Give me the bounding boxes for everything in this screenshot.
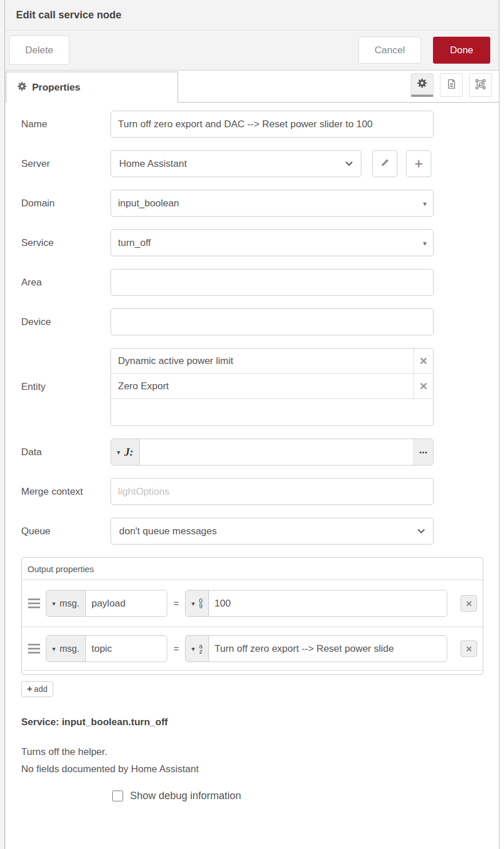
caret-down-icon: ▾ xyxy=(117,448,120,456)
expand-editor-button[interactable]: ••• xyxy=(414,439,433,465)
gear-icon xyxy=(17,81,27,93)
queue-select[interactable]: don't queue messages xyxy=(111,518,434,545)
property-typed-input: ▾ msg. topic xyxy=(46,635,167,662)
chevron-down-icon xyxy=(345,161,353,166)
merge-context-row: Merge context xyxy=(21,478,499,505)
property-value[interactable]: Turn off zero export --> Reset power sli… xyxy=(209,636,447,662)
edit-server-button[interactable] xyxy=(372,150,397,177)
tab-bar: Properties xyxy=(6,71,499,103)
entity-label: Entity xyxy=(21,381,111,393)
property-type-select-button[interactable]: ▾ msg. xyxy=(46,590,86,616)
remove-property-button[interactable] xyxy=(460,640,477,657)
msg-prefix: msg. xyxy=(60,598,80,609)
property-name[interactable]: topic xyxy=(86,636,167,662)
caret-down-icon: ▾ xyxy=(191,645,195,653)
domain-input[interactable] xyxy=(111,190,434,217)
value-type-select-button[interactable]: ▾ 0 9 xyxy=(186,590,208,616)
property-type-select-button[interactable]: ▾ msg. xyxy=(46,636,86,662)
string-type-icon: a z xyxy=(199,644,202,654)
data-label: Data xyxy=(21,447,111,458)
output-property-row: ▾ msg. payload = ▾ 0 9 xyxy=(22,580,483,627)
tab-properties[interactable]: Properties xyxy=(6,72,178,103)
caret-down-icon: ▾ xyxy=(52,600,56,608)
property-name[interactable]: payload xyxy=(86,590,167,616)
domain-label: Domain xyxy=(21,198,111,209)
merge-context-label: Merge context xyxy=(21,486,111,498)
area-input[interactable] xyxy=(111,269,434,296)
name-input[interactable] xyxy=(111,111,434,138)
service-label: Service xyxy=(21,237,111,249)
pencil-icon xyxy=(380,158,389,169)
properties-view-button[interactable] xyxy=(411,73,434,97)
edit-node-tray: Edit call service node Delete Cancel Don… xyxy=(6,0,499,849)
entity-list-item-empty[interactable] xyxy=(111,399,433,425)
remove-property-button[interactable] xyxy=(460,595,477,612)
show-debug-checkbox[interactable] xyxy=(112,791,123,801)
remove-entity-button[interactable] xyxy=(414,374,433,398)
domain-row: Domain ▾ xyxy=(21,190,499,217)
service-heading: Service: input_boolean.turn_off xyxy=(21,717,499,728)
entity-list: Dynamic active power limit Zero Export xyxy=(111,348,434,426)
entity-item-text[interactable]: Dynamic active power limit xyxy=(111,355,414,367)
done-button[interactable]: Done xyxy=(433,37,490,64)
tray-toolbar: Delete Cancel Done xyxy=(6,30,499,71)
cancel-button[interactable]: Cancel xyxy=(359,37,421,64)
add-server-button[interactable]: + xyxy=(406,150,431,177)
group-selection-icon xyxy=(475,79,486,92)
server-row: Server Home Assistant + xyxy=(21,150,499,177)
equals-sign: = xyxy=(174,644,179,654)
output-properties-box: Output properties ▾ msg. payload = ▾ xyxy=(21,557,483,675)
property-typed-input: ▾ msg. payload xyxy=(46,590,167,617)
close-icon xyxy=(420,382,427,390)
device-input[interactable] xyxy=(111,308,434,335)
tab-icon-buttons xyxy=(411,73,492,97)
queue-row: Queue don't queue messages xyxy=(21,518,499,545)
plus-icon: + xyxy=(414,155,423,173)
tab-properties-label: Properties xyxy=(32,82,80,93)
service-input[interactable] xyxy=(111,229,434,256)
description-view-button[interactable] xyxy=(440,73,463,97)
drag-handle-icon[interactable] xyxy=(27,648,40,650)
entity-item-text[interactable]: Zero Export xyxy=(111,381,414,392)
remove-entity-button[interactable] xyxy=(414,349,433,373)
area-label: Area xyxy=(21,277,111,288)
server-label: Server xyxy=(21,158,111,170)
debug-checkbox-row: Show debug information xyxy=(21,790,499,802)
add-property-button[interactable]: + add xyxy=(21,681,53,697)
value-typed-input: ▾ 0 9 100 xyxy=(185,590,447,617)
close-icon xyxy=(420,357,427,365)
data-input[interactable] xyxy=(140,439,414,465)
data-typed-input: ▾ J: ••• xyxy=(111,439,434,465)
jsonata-icon: J: xyxy=(124,446,133,459)
close-icon xyxy=(466,646,472,652)
device-label: Device xyxy=(21,316,111,328)
entity-list-item[interactable]: Dynamic active power limit xyxy=(111,349,433,374)
device-row: Device xyxy=(21,308,499,335)
number-type-icon: 0 9 xyxy=(199,598,202,608)
delete-button[interactable]: Delete xyxy=(9,36,69,65)
queue-label: Queue xyxy=(21,526,111,537)
server-select[interactable]: Home Assistant xyxy=(111,150,361,177)
close-icon xyxy=(466,601,472,607)
name-label: Name xyxy=(21,119,111,130)
entity-list-item[interactable]: Zero Export xyxy=(111,374,433,399)
data-type-select-button[interactable]: ▾ J: xyxy=(111,439,140,465)
document-icon xyxy=(446,79,457,92)
add-button-label: add xyxy=(34,684,47,694)
property-value[interactable]: 100 xyxy=(209,590,447,616)
caret-down-icon: ▾ xyxy=(52,645,56,653)
ellipsis-icon: ••• xyxy=(419,449,428,456)
workspace-edge xyxy=(0,0,5,849)
service-row: Service ▾ xyxy=(21,229,499,256)
appearance-view-button[interactable] xyxy=(469,73,492,97)
drag-handle-icon[interactable] xyxy=(27,602,40,604)
properties-form: Name Server Home Assistant + xyxy=(6,103,499,802)
service-info-section: Service: input_boolean.turn_off Turns of… xyxy=(21,717,499,802)
tray-header: Edit call service node xyxy=(6,0,499,30)
value-type-select-button[interactable]: ▾ a z xyxy=(186,636,208,662)
queue-select-value: don't queue messages xyxy=(119,526,217,537)
value-typed-input: ▾ a z Turn off zero export --> Reset pow… xyxy=(185,635,447,662)
gear-icon xyxy=(417,78,427,91)
merge-context-input[interactable] xyxy=(111,478,434,505)
entity-row: Entity Dynamic active power limit Zero E… xyxy=(21,348,499,426)
